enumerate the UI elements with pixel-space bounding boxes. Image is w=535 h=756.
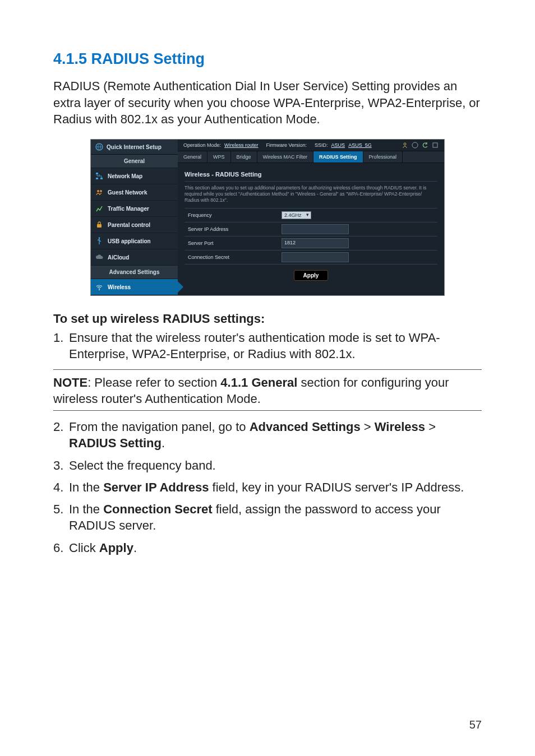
svg-rect-11	[433, 143, 437, 147]
tab-wireless-mac-filter[interactable]: Wireless MAC Filter	[257, 151, 314, 163]
logout-icon[interactable]	[402, 142, 408, 149]
svg-point-10	[412, 142, 418, 148]
row-server-ip: Server IP Address	[185, 222, 437, 236]
apply-button[interactable]: Apply	[294, 270, 329, 281]
reboot-icon[interactable]	[422, 142, 428, 149]
step-text: Ensure that the wireless router's authen…	[69, 330, 482, 363]
steps-list: 1. Ensure that the wireless router's aut…	[53, 330, 482, 363]
note-bold: 4.1.1 General	[220, 375, 297, 389]
top-bar: Operation Mode: Wireless router Firmware…	[178, 140, 444, 151]
tab-bar: General WPS Bridge Wireless MAC Filter R…	[178, 151, 444, 163]
step-number: 3.	[53, 457, 69, 474]
instructions-title: To set up wireless RADIUS settings:	[53, 312, 482, 326]
sidebar: Quick Internet Setup General Network Map…	[91, 140, 178, 295]
sidebar-item-usb-application[interactable]: USB application	[91, 233, 178, 249]
sidebar-item-label: USB application	[108, 238, 151, 244]
steps-list-2: 2. From the navigation panel, go to Adva…	[53, 419, 482, 556]
svg-rect-6	[97, 224, 102, 228]
step-number: 2.	[53, 419, 69, 452]
people-icon	[95, 188, 103, 196]
frequency-value: 2.4GHz	[284, 212, 302, 218]
usb-icon	[95, 237, 103, 245]
tab-radius-setting[interactable]: RADIUS Setting	[313, 151, 363, 163]
panel-title: Wireless - RADIUS Setting	[185, 169, 437, 182]
wifi-icon	[95, 283, 103, 291]
step-5: 5. In the Connection Secret field, assig…	[53, 501, 482, 534]
section-title: 4.1.5 RADIUS Setting	[53, 50, 482, 68]
step-text: Click Apply.	[69, 540, 482, 556]
cloud-icon	[95, 253, 103, 261]
section-number: 4.1.5	[53, 50, 87, 67]
info-icon[interactable]	[432, 142, 439, 149]
panel-content: Wireless - RADIUS Setting This section a…	[178, 163, 444, 292]
op-mode-label: Operation Mode:	[183, 142, 221, 148]
note-box: NOTE: Please refer to section 4.1.1 Gene…	[53, 369, 482, 411]
step-number: 1.	[53, 330, 69, 363]
sidebar-item-network-map[interactable]: Network Map	[91, 168, 178, 184]
step-number: 5.	[53, 501, 69, 534]
server-ip-input[interactable]	[282, 224, 349, 234]
svg-rect-1	[96, 173, 98, 174]
sidebar-item-parental-control[interactable]: Parental control	[91, 217, 178, 233]
section-heading: RADIUS Setting	[91, 50, 205, 67]
sidebar-item-traffic-manager[interactable]: Traffic Manager	[91, 201, 178, 217]
tab-bridge[interactable]: Bridge	[231, 151, 257, 163]
lock-icon	[95, 221, 103, 229]
sidebar-item-aicloud[interactable]: AiCloud	[91, 249, 178, 266]
step-3: 3. Select the frequency band.	[53, 457, 482, 474]
chart-icon	[95, 205, 103, 212]
svg-point-9	[404, 143, 406, 145]
server-port-input[interactable]: 1812	[282, 238, 349, 248]
step-text: In the Connection Secret field, assign t…	[69, 501, 482, 534]
sidebar-item-label: Traffic Manager	[108, 206, 149, 212]
page-number: 57	[469, 718, 482, 731]
ssid-label: SSID:	[315, 142, 328, 148]
op-mode-value[interactable]: Wireless router	[224, 142, 259, 148]
sidebar-item-guest-network[interactable]: Guest Network	[91, 184, 178, 201]
sidebar-category-general: General	[91, 155, 178, 168]
step-text: In the Server IP Address field, key in y…	[69, 479, 482, 495]
step-4: 4. In the Server IP Address field, key i…	[53, 479, 482, 495]
main-panel: Operation Mode: Wireless router Firmware…	[178, 140, 444, 295]
sidebar-item-wireless[interactable]: Wireless	[91, 279, 178, 295]
svg-point-7	[99, 237, 100, 238]
step-1: 1. Ensure that the wireless router's aut…	[53, 330, 482, 363]
step-number: 4.	[53, 479, 69, 495]
sidebar-quick-internet-setup[interactable]: Quick Internet Setup	[91, 140, 178, 155]
frequency-label: Frequency	[185, 210, 278, 220]
svg-rect-3	[96, 178, 98, 179]
frequency-select[interactable]: 2.4GHz	[282, 211, 311, 219]
fw-label: Firmware Version:	[266, 142, 307, 148]
row-frequency: Frequency 2.4GHz	[185, 208, 437, 222]
connection-secret-label: Connection Secret	[185, 252, 278, 262]
sidebar-qis-label: Quick Internet Setup	[107, 144, 162, 150]
svg-point-4	[97, 190, 99, 192]
sidebar-item-label: AiCloud	[108, 254, 129, 261]
ssid-2[interactable]: ASUS_5G	[348, 142, 372, 148]
sidebar-item-label: Network Map	[108, 173, 142, 179]
connection-secret-input[interactable]	[282, 252, 349, 262]
panel-description: This section allows you to set up additi…	[185, 182, 437, 208]
tab-professional[interactable]: Professional	[363, 151, 403, 163]
tab-general[interactable]: General	[178, 151, 207, 163]
note-body1: : Please refer to section	[87, 375, 220, 389]
row-server-port: Server Port 1812	[185, 236, 437, 251]
step-text: Select the frequency band.	[69, 457, 482, 474]
svg-rect-2	[100, 178, 103, 179]
step-6: 6. Click Apply.	[53, 540, 482, 556]
network-icon	[95, 172, 103, 180]
step-text: From the navigation panel, go to Advance…	[69, 419, 482, 452]
sidebar-category-advanced: Advanced Settings	[91, 266, 178, 279]
server-ip-label: Server IP Address	[185, 224, 278, 234]
lead-paragraph: RADIUS (Remote Authentication Dial In Us…	[53, 78, 482, 128]
row-connection-secret: Connection Secret	[185, 251, 437, 265]
server-port-label: Server Port	[185, 238, 278, 248]
step-number: 6.	[53, 540, 69, 556]
tab-wps[interactable]: WPS	[207, 151, 231, 163]
sidebar-item-label: Parental control	[108, 222, 150, 228]
sidebar-item-label: Guest Network	[108, 189, 147, 196]
globe-icon	[95, 143, 103, 151]
language-icon[interactable]	[412, 142, 418, 149]
ssid-1[interactable]: ASUS	[331, 142, 345, 148]
sidebar-item-label: Wireless	[108, 284, 131, 290]
